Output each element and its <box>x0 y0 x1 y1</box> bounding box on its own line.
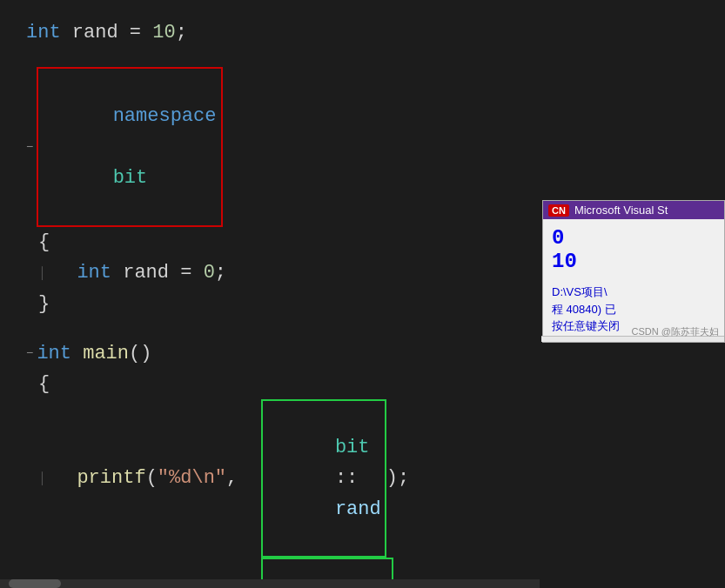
op-eq2: = <box>180 257 191 288</box>
id-rand1: rand <box>335 498 381 520</box>
code-text <box>141 17 152 48</box>
output-line-10: 10 <box>552 250 715 273</box>
csdn-watermark: CSDN @陈苏菲夫妇 <box>632 325 719 338</box>
scrollbar-thumb[interactable] <box>9 579 61 588</box>
code-text: () <box>129 338 151 369</box>
namespace-name-bit: bit <box>113 167 148 189</box>
keyword-int2: int <box>77 257 111 288</box>
code-text <box>71 338 83 369</box>
vs-title: Microsoft Visual St <box>574 204 668 217</box>
keyword-int: int <box>26 17 61 48</box>
num-0: 0 <box>204 257 215 288</box>
code-line-1: int rand = 10 ; <box>26 17 699 48</box>
collapse-icon[interactable]: − <box>26 137 33 157</box>
keyword-namespace: namespace <box>113 105 217 127</box>
bit-rand-highlight: bit :: rand <box>261 399 386 558</box>
fn-main: main <box>83 338 129 369</box>
ns-bit: bit <box>335 437 370 458</box>
code-text: :: <box>335 467 358 489</box>
num-10: 10 <box>152 17 175 48</box>
code-text: { <box>38 369 50 399</box>
code-space <box>113 137 124 158</box>
output-path: D:\VS项目\ <box>552 284 715 301</box>
code-editor: int rand = 10 ; − namespace bit { │ int … <box>0 0 725 588</box>
collapse-icon-main[interactable]: − <box>26 344 33 363</box>
str-fmt1: "%d\n" <box>158 463 226 493</box>
vs-titlebar: CN Microsoft Visual St <box>543 201 724 219</box>
code-text: { <box>38 227 50 257</box>
op-eq: = <box>130 17 141 48</box>
vs-content-area: 0 10 D:\VS项目\ 程 40840) 已 按任意键关闭 <box>543 219 724 342</box>
vs-bottom-bar: CSDN @陈苏菲夫妇 <box>541 336 724 342</box>
code-line-printf1: │ printf ( "%d\n" , bit :: rand ); <box>26 399 699 558</box>
output-line-0: 0 <box>552 226 715 250</box>
fn-printf1: printf <box>77 463 145 493</box>
vs-icon: CN <box>548 204 569 217</box>
scrollbar-horizontal[interactable] <box>0 579 540 588</box>
code-text <box>191 257 203 288</box>
code-text: ; <box>176 17 187 48</box>
code-text: ); <box>386 463 409 493</box>
code-text: rand <box>61 17 130 48</box>
code-text: , <box>226 463 261 493</box>
output-process: 程 40840) 已 <box>552 301 715 318</box>
vs-output-panel: CN Microsoft Visual St 0 10 D:\VS项目\ 程 4… <box>542 200 725 343</box>
code-line-open-brace-main: { <box>26 369 699 399</box>
namespace-highlight-box: namespace bit <box>37 67 223 227</box>
dashed-indent: │ <box>38 264 45 283</box>
code-text: ; <box>215 257 226 288</box>
dashed-indent2: │ <box>38 469 45 488</box>
spacer <box>26 48 699 67</box>
code-text: } <box>38 289 50 319</box>
code-text: rand <box>111 257 180 288</box>
code-text: ( <box>146 463 158 493</box>
keyword-int3: int <box>37 338 71 369</box>
output-spacer <box>552 273 715 284</box>
code-line-main: − int main () <box>26 338 699 369</box>
